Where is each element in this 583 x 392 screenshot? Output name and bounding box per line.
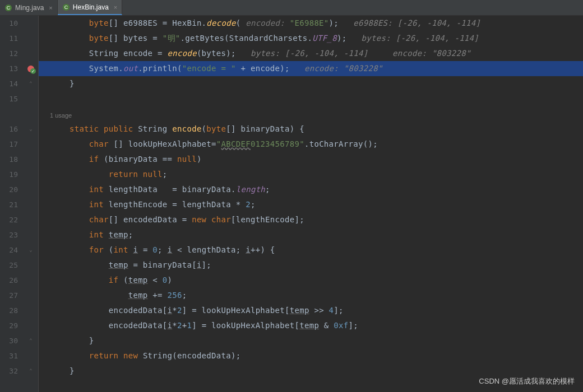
- gutter-cell[interactable]: [24, 16, 38, 31]
- code-line: }: [39, 333, 583, 348]
- gutter-cell[interactable]: [24, 167, 38, 182]
- java-class-icon: C: [62, 3, 70, 11]
- fold-icon[interactable]: ⌄: [24, 242, 38, 258]
- gutter-cell[interactable]: [24, 212, 38, 227]
- tab-label: HexBin.java: [73, 3, 109, 11]
- gutter-cell[interactable]: [24, 182, 38, 197]
- code-line: return new String(encodedData);: [39, 348, 583, 363]
- usage-hint[interactable]: 1 usage: [39, 106, 583, 122]
- code-line: encodedData[i*2] = lookUpHexAlphabet[tem…: [39, 303, 583, 318]
- line-number: 16: [0, 122, 24, 137]
- code-content[interactable]: byte[] e6988ES = HexBin.decode( encoded:…: [39, 16, 583, 392]
- svg-text:C: C: [64, 4, 68, 10]
- java-class-icon: C: [4, 4, 12, 12]
- line-number: 19: [0, 167, 24, 182]
- line-number: 31: [0, 348, 24, 363]
- line-number: 30: [0, 333, 24, 348]
- code-line-current: System.out.println("encode = " + encode)…: [39, 61, 583, 76]
- line-number: 12: [0, 46, 24, 61]
- line-number: 24: [0, 242, 24, 258]
- gutter-cell[interactable]: [24, 197, 38, 212]
- breakpoint-cell[interactable]: [24, 61, 38, 76]
- line-number: 20: [0, 182, 24, 197]
- gutter-cell[interactable]: [24, 46, 38, 61]
- tab-hexbin[interactable]: C HexBin.java ×: [58, 0, 122, 15]
- line-number: 14: [0, 76, 24, 91]
- line-number: 28: [0, 303, 24, 318]
- code-line: [39, 91, 583, 106]
- close-icon[interactable]: ×: [112, 4, 119, 11]
- line-number: 29: [0, 318, 24, 333]
- line-number: 25: [0, 258, 24, 273]
- line-number: 18: [0, 152, 24, 167]
- editor-tabs: C Ming.java × C HexBin.java ×: [0, 0, 583, 16]
- code-line: byte[] bytes = "明".getBytes(StandardChar…: [39, 31, 583, 46]
- code-line: for (int i = 0; i < lengthData; i++) {: [39, 242, 583, 258]
- code-line: int lengthData = binaryData.length;: [39, 182, 583, 197]
- line-number: 15: [0, 91, 24, 106]
- fold-icon[interactable]: ⌃: [24, 363, 38, 379]
- line-number: [0, 106, 24, 122]
- code-line: String encode = encode(bytes); bytes: [-…: [39, 46, 583, 61]
- gutter: 10 11 12 13 14⌃ 15 16⌄ 17 18 19 20 21 22…: [0, 16, 39, 392]
- code-line: if (temp < 0): [39, 273, 583, 288]
- code-line: int lengthEncode = lengthData * 2;: [39, 197, 583, 212]
- code-line: encodedData[i*2+1] = lookUpHexAlphabet[t…: [39, 318, 583, 333]
- line-number: 13: [0, 61, 24, 76]
- gutter-cell[interactable]: [24, 152, 38, 167]
- code-line: char [] lookUpHexAlphabet="ABCDEF0123456…: [39, 137, 583, 152]
- tab-ming[interactable]: C Ming.java ×: [0, 0, 58, 15]
- svg-text:C: C: [7, 5, 11, 11]
- line-number: 27: [0, 288, 24, 303]
- code-editor[interactable]: 10 11 12 13 14⌃ 15 16⌄ 17 18 19 20 21 22…: [0, 16, 583, 392]
- line-number: 26: [0, 273, 24, 288]
- code-line: }: [39, 76, 583, 91]
- code-line: if (binaryData == null): [39, 152, 583, 167]
- watermark: CSDN @愿活成我喜欢的模样: [479, 376, 575, 386]
- fold-icon[interactable]: ⌃: [24, 76, 38, 91]
- code-line: temp += 256;: [39, 288, 583, 303]
- gutter-cell[interactable]: [24, 137, 38, 152]
- gutter-cell[interactable]: [24, 288, 38, 303]
- line-number: 22: [0, 212, 24, 227]
- gutter-cell[interactable]: [24, 303, 38, 318]
- gutter-cell[interactable]: [24, 348, 38, 363]
- gutter-cell[interactable]: [24, 227, 38, 242]
- tab-label: Ming.java: [15, 4, 44, 12]
- line-number: 23: [0, 227, 24, 242]
- gutter-cell[interactable]: [24, 318, 38, 333]
- line-number: 32: [0, 363, 24, 379]
- gutter-cell[interactable]: [24, 258, 38, 273]
- code-line: int temp;: [39, 227, 583, 242]
- fold-icon[interactable]: ⌃: [24, 333, 38, 348]
- code-line: char[] encodedData = new char[lengthEnco…: [39, 212, 583, 227]
- code-line: temp = binaryData[i];: [39, 258, 583, 273]
- line-number: 17: [0, 137, 24, 152]
- fold-icon[interactable]: ⌄: [24, 122, 38, 137]
- gutter-cell[interactable]: [24, 91, 38, 106]
- gutter-cell[interactable]: [24, 273, 38, 288]
- code-line: byte[] e6988ES = HexBin.decode( encoded:…: [39, 16, 583, 31]
- code-line: static public String encode(byte[] binar…: [39, 122, 583, 137]
- code-line: return null;: [39, 167, 583, 182]
- breakpoint-icon: [27, 66, 34, 72]
- line-number: 10: [0, 16, 24, 31]
- close-icon[interactable]: ×: [47, 4, 54, 11]
- line-number: 21: [0, 197, 24, 212]
- gutter-cell[interactable]: [24, 106, 38, 122]
- line-number: 11: [0, 31, 24, 46]
- gutter-cell[interactable]: [24, 31, 38, 46]
